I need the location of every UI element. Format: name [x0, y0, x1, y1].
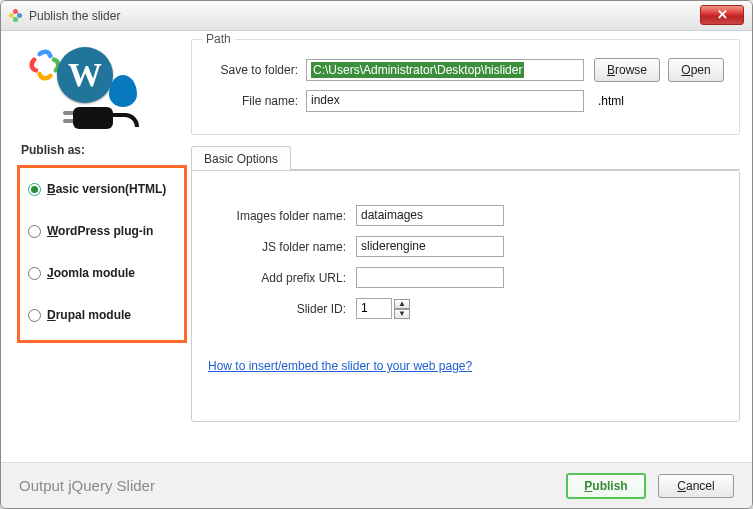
radio-button-icon: [28, 267, 41, 280]
js-folder-label: JS folder name:: [208, 240, 346, 254]
open-button[interactable]: Open: [668, 58, 724, 82]
window-title: Publish the slider: [29, 9, 120, 23]
browse-button[interactable]: Browse: [594, 58, 660, 82]
slider-id-label: Slider ID:: [208, 302, 346, 316]
prefix-url-input[interactable]: [356, 267, 504, 288]
dialog-publish-slider: Publish the slider ✕ W Pu: [0, 0, 753, 509]
js-folder-input[interactable]: sliderengine: [356, 236, 504, 257]
publish-as-group: Basic version(HTML) WordPress plug-in Jo…: [17, 165, 187, 343]
slider-id-input[interactable]: 1: [356, 298, 392, 319]
radio-wordpress[interactable]: WordPress plug-in: [28, 224, 178, 238]
save-folder-label: Save to folder:: [206, 63, 298, 77]
plug-icon: [63, 97, 139, 147]
file-ext-label: .html: [598, 94, 624, 108]
tab-basic-options[interactable]: Basic Options: [191, 146, 291, 170]
footer: Output jQuery Slider Publish Cancel: [1, 462, 752, 508]
spinner-up-button[interactable]: ▲: [394, 299, 410, 309]
close-button[interactable]: ✕: [700, 5, 744, 25]
save-folder-input[interactable]: C:\Users\Administrator\Desktop\hislider: [306, 59, 584, 81]
prefix-url-label: Add prefix URL:: [208, 271, 346, 285]
publish-button[interactable]: Publish: [566, 473, 646, 499]
file-name-input[interactable]: index: [306, 90, 584, 112]
titlebar: Publish the slider ✕: [1, 1, 752, 31]
images-folder-label: Images folder name:: [208, 209, 346, 223]
footer-message: Output jQuery Slider: [19, 477, 155, 494]
radio-basic-html[interactable]: Basic version(HTML): [28, 182, 178, 196]
cms-logos: W: [23, 43, 143, 133]
basic-options-panel: Images folder name: dataimages JS folder…: [191, 170, 740, 422]
radio-button-icon: [28, 225, 41, 238]
spinner-down-button[interactable]: ▼: [394, 309, 410, 319]
radio-button-icon: [28, 309, 41, 322]
app-icon: [9, 9, 23, 23]
cancel-button[interactable]: Cancel: [658, 474, 734, 498]
path-group: Path Save to folder: C:\Users\Administra…: [191, 39, 740, 135]
help-link[interactable]: How to insert/embed the slider to your w…: [208, 359, 472, 373]
file-name-label: File name:: [206, 94, 298, 108]
images-folder-input[interactable]: dataimages: [356, 205, 504, 226]
path-legend: Path: [202, 32, 235, 46]
tabbar: Basic Options: [191, 145, 740, 170]
wordpress-icon: W: [57, 47, 113, 103]
radio-joomla[interactable]: Joomla module: [28, 266, 178, 280]
radio-drupal[interactable]: Drupal module: [28, 308, 178, 322]
radio-button-icon: [28, 183, 41, 196]
